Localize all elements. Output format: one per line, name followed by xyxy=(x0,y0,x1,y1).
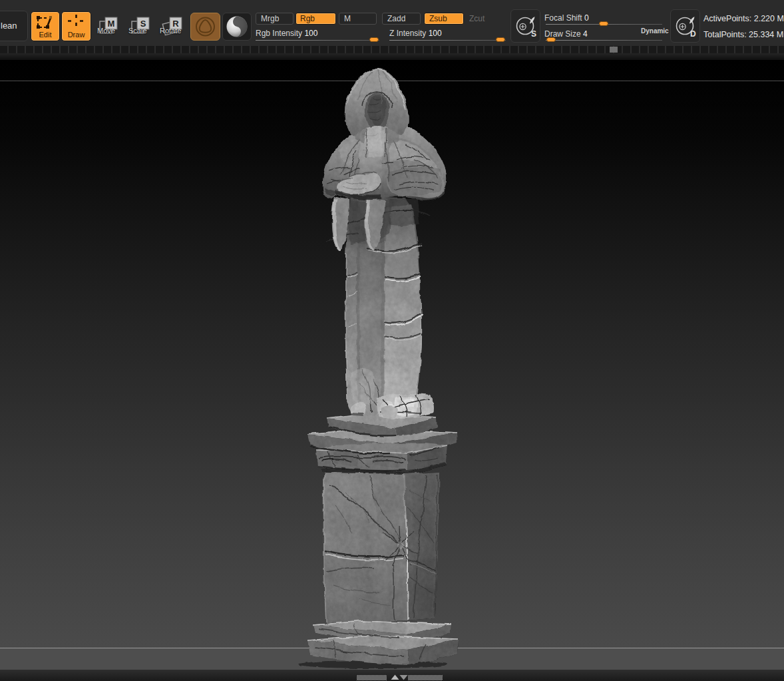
svg-text:D: D xyxy=(690,29,696,39)
svg-text:Draw: Draw xyxy=(68,31,85,39)
svg-text:Edit: Edit xyxy=(39,31,52,39)
svg-text:S: S xyxy=(531,29,536,39)
